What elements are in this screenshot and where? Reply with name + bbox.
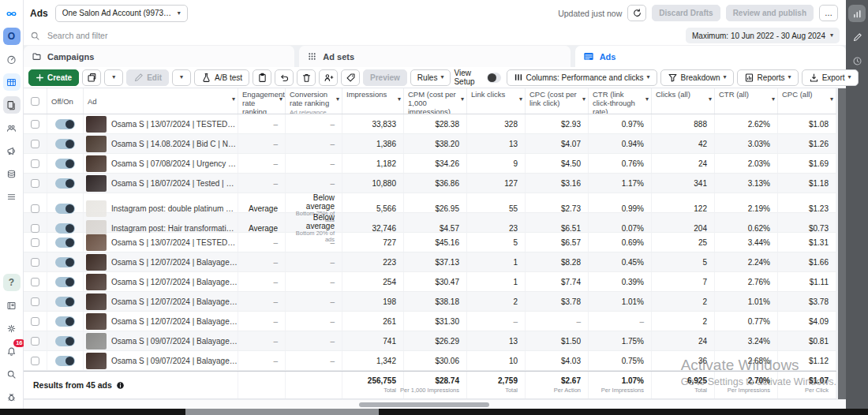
assign-button[interactable] bbox=[319, 69, 338, 86]
ad-status-toggle[interactable] bbox=[55, 223, 75, 234]
ad-status-toggle[interactable] bbox=[55, 297, 75, 307]
ad-status-toggle[interactable] bbox=[55, 159, 75, 169]
review-publish-button[interactable]: Review and publish bbox=[726, 5, 814, 21]
view-setup-toggle[interactable] bbox=[487, 73, 501, 83]
ad-name-link[interactable]: Osama S | 07/08/2024 | Urgency | Test bbox=[111, 159, 238, 168]
ad-name-link[interactable]: Osama S | 09/07/2024 | Balayage | Lead bbox=[111, 357, 238, 365]
ad-name-link[interactable]: Osama S | 13/07/2024 | TESTED | OLD bbox=[111, 120, 238, 129]
ad-status-toggle[interactable] bbox=[55, 204, 75, 214]
account-selector[interactable]: One Salon Ad Account (99737110095… ▾ bbox=[55, 5, 188, 22]
row-checkbox[interactable] bbox=[31, 357, 39, 365]
duplicate-button[interactable] bbox=[82, 69, 101, 86]
ad-status-toggle[interactable] bbox=[55, 139, 75, 149]
row-checkbox[interactable] bbox=[31, 278, 39, 286]
row-checkbox[interactable] bbox=[31, 258, 39, 267]
column-header-link-clicks[interactable]: Link clicks▾ bbox=[467, 88, 526, 114]
breakdown-button[interactable]: Breakdown▾ bbox=[660, 69, 734, 86]
horizontal-scrollbar[interactable] bbox=[24, 399, 846, 409]
ad-name-link[interactable]: Osama S | 18/07/2024 | Tested | New bbox=[111, 179, 238, 188]
column-header-cpc-all[interactable]: CPC (all)▾ bbox=[778, 88, 836, 114]
sidebar-item-audiences[interactable] bbox=[3, 119, 21, 136]
tab-ad-sets[interactable]: Ad sets bbox=[299, 46, 570, 67]
ad-name-link[interactable]: Osama S | 12/07/2024 | Balayage | Lead |… bbox=[111, 278, 238, 286]
ad-status-toggle[interactable] bbox=[55, 119, 75, 129]
rules-button[interactable]: Rules▾ bbox=[410, 69, 451, 86]
panel-item-insights[interactable] bbox=[848, 5, 866, 22]
sidebar-item-advertise[interactable] bbox=[3, 142, 21, 159]
ad-status-toggle[interactable] bbox=[55, 356, 75, 366]
row-checkbox[interactable] bbox=[31, 337, 39, 346]
discard-drafts-button[interactable]: Discard Drafts bbox=[652, 5, 720, 21]
sidebar-item-ads-reporting[interactable] bbox=[3, 50, 21, 68]
ad-name-link[interactable]: Instagram post: double platinum ⚡⚡ by… bbox=[111, 204, 238, 213]
column-header-impressions[interactable]: Impressions▾ bbox=[342, 88, 404, 114]
sidebar-item-meta-home[interactable] bbox=[3, 5, 21, 22]
ab-test-button[interactable]: A/B test bbox=[194, 69, 249, 86]
tag-button[interactable] bbox=[341, 69, 360, 86]
sidebar-item-notifications[interactable]: 16 bbox=[3, 342, 21, 360]
sidebar-item-search[interactable] bbox=[3, 365, 21, 383]
row-checkbox[interactable] bbox=[31, 159, 39, 168]
sidebar-item-billing[interactable] bbox=[3, 165, 21, 182]
horizontal-scrollbar-thumb[interactable] bbox=[359, 402, 489, 407]
ad-name-link[interactable]: Osama S | 09/07/2024 | Balayage | REM bbox=[111, 337, 238, 346]
ad-name-link[interactable]: Osama S | 12/07/2024 | Balayage | Lead |… bbox=[111, 258, 238, 267]
column-header-ctr[interactable]: CTR (link click-through rate)▾ bbox=[589, 88, 652, 114]
columns-button[interactable]: Columns: Performance and clicks▾ bbox=[507, 69, 657, 86]
more-options-button[interactable]: … bbox=[819, 5, 838, 21]
vertical-scrollbar-thumb[interactable] bbox=[838, 88, 846, 399]
sidebar-item-help[interactable]: ? bbox=[3, 274, 21, 291]
sidebar-item-contact[interactable] bbox=[3, 297, 21, 314]
ad-status-toggle[interactable] bbox=[55, 257, 75, 267]
row-checkbox[interactable] bbox=[31, 140, 39, 148]
ad-status-toggle[interactable] bbox=[55, 237, 75, 248]
create-button[interactable]: Create bbox=[28, 69, 79, 86]
column-header-cpm[interactable]: CPM (cost per 1,000 impressions)▾ bbox=[404, 88, 467, 114]
export-button[interactable]: Export▾ bbox=[802, 69, 859, 86]
ad-name-link[interactable]: Osama S | 13/07/2024 | TESTED | Analysis… bbox=[111, 238, 238, 247]
sidebar-item-settings[interactable] bbox=[3, 320, 21, 337]
duplicate-options-button[interactable]: ▾ bbox=[104, 69, 123, 86]
row-checkbox[interactable] bbox=[31, 179, 39, 188]
search-input[interactable] bbox=[46, 30, 679, 41]
column-header-ctr-all[interactable]: CTR (all)▾ bbox=[715, 88, 778, 114]
refresh-button[interactable] bbox=[627, 5, 646, 21]
sidebar-item-report-bug[interactable] bbox=[3, 388, 21, 406]
column-header-cpc[interactable]: CPC (cost per link click)▾ bbox=[526, 88, 589, 114]
panel-item-edit-panel[interactable] bbox=[848, 28, 866, 46]
row-checkbox[interactable] bbox=[31, 204, 39, 213]
column-header-clicks-all[interactable]: Clicks (all)▾ bbox=[652, 88, 715, 114]
tab-campaigns[interactable]: Campaigns bbox=[24, 46, 294, 67]
panel-item-activity-history[interactable] bbox=[848, 52, 866, 69]
row-checkbox[interactable] bbox=[31, 224, 39, 233]
edit-button[interactable]: Edit bbox=[126, 69, 169, 86]
ad-status-toggle[interactable] bbox=[55, 277, 75, 287]
row-checkbox[interactable] bbox=[31, 238, 39, 247]
row-checkbox[interactable] bbox=[31, 317, 39, 326]
edit-options-button[interactable]: ▾ bbox=[172, 69, 191, 86]
ad-name-link[interactable]: Osama S | 12/07/2024 | Balayage | Lead |… bbox=[111, 317, 238, 326]
search-field[interactable] bbox=[30, 30, 679, 41]
sidebar-item-campaigns[interactable] bbox=[3, 73, 21, 91]
ad-status-toggle[interactable] bbox=[55, 178, 75, 189]
column-header-engagement-ranking[interactable]: Engagement rate rankingAd relevance …▾ bbox=[238, 88, 286, 114]
notes-button[interactable] bbox=[253, 69, 271, 86]
delete-button[interactable] bbox=[297, 69, 316, 86]
sidebar-item-all-tools[interactable] bbox=[3, 188, 21, 205]
row-checkbox[interactable] bbox=[31, 120, 39, 129]
tab-ads[interactable]: Ads bbox=[575, 46, 846, 67]
select-all-checkbox[interactable] bbox=[31, 97, 39, 106]
row-checkbox[interactable] bbox=[31, 297, 39, 306]
sidebar-item-pages[interactable] bbox=[3, 96, 21, 114]
ad-name-link[interactable]: Instagram post: Hair transformation with… bbox=[111, 224, 238, 233]
ad-name-link[interactable]: Osama S | 12/07/2024 | Balayage | Lead |… bbox=[111, 297, 238, 306]
undo-button[interactable] bbox=[275, 69, 294, 86]
ad-status-toggle[interactable] bbox=[55, 316, 75, 327]
reports-button[interactable]: Reports▾ bbox=[737, 69, 799, 86]
date-range-selector[interactable]: Maximum: 10 Jun 2022 - 30 Aug 2024 ▾ bbox=[686, 28, 840, 43]
column-header-conversion-ranking[interactable]: Conversion rate rankingAd relevance …▾ bbox=[286, 88, 342, 114]
sidebar-item-account-avatar[interactable]: O bbox=[3, 28, 21, 45]
ad-status-toggle[interactable] bbox=[55, 336, 75, 346]
ad-name-link[interactable]: Osama S | 14.08.2024 | Bid C | New bbox=[111, 140, 238, 148]
preview-button[interactable]: Preview bbox=[363, 69, 407, 86]
